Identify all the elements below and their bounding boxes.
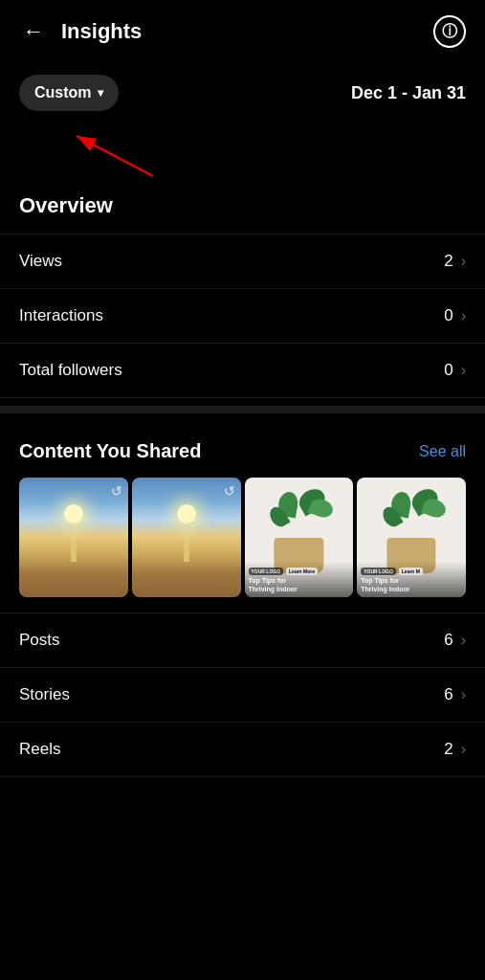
content-shared-title: Content You Shared	[19, 440, 201, 462]
overview-stats-list: Views 2 › Interactions 0 › Total followe…	[0, 234, 485, 398]
views-stat-row[interactable]: Views 2 ›	[0, 234, 485, 289]
overview-section-title: Overview	[0, 184, 485, 234]
thumbnail-beach-2[interactable]: ↺	[132, 478, 241, 597]
posts-right: 6 ›	[444, 631, 466, 650]
interactions-right: 0 ›	[444, 306, 466, 325]
total-followers-right: 0 ›	[444, 361, 466, 380]
custom-label: Custom	[34, 84, 92, 101]
views-right: 2 ›	[444, 252, 466, 271]
plant-caption-2: Top Tips forThriving Indoor	[361, 577, 462, 593]
reels-stat-row[interactable]: Reels 2 ›	[0, 723, 485, 777]
badge-row-1: YOUR LOGO Learn More	[249, 568, 350, 575]
posts-label: Posts	[19, 631, 60, 650]
plant-leaves-1	[261, 490, 338, 544]
back-button[interactable]: ←	[19, 15, 48, 48]
total-followers-label: Total followers	[19, 361, 122, 380]
reels-label: Reels	[19, 740, 60, 759]
interactions-label: Interactions	[19, 306, 103, 325]
chevron-right-icon: ›	[461, 307, 466, 324]
thumbnails-row: ↺ ↺ YOUR LOGO Learn More Top Tips forTh	[0, 478, 485, 597]
svg-line-1	[77, 136, 153, 176]
interactions-value: 0	[444, 306, 452, 325]
sun-decoration	[177, 504, 196, 523]
posts-value: 6	[444, 631, 452, 650]
reels-value: 2	[444, 740, 452, 759]
chevron-right-icon: ›	[461, 632, 466, 649]
stories-label: Stories	[19, 685, 70, 704]
chevron-right-icon: ›	[461, 362, 466, 379]
plant-overlay-2: YOUR LOGO Learn M Top Tips forThriving I…	[357, 562, 466, 597]
learn-more-badge-1: Learn More	[286, 568, 318, 575]
refresh-icon-1: ↺	[111, 483, 122, 499]
red-arrow-icon	[57, 126, 172, 179]
posts-stat-row[interactable]: Posts 6 ›	[0, 612, 485, 668]
custom-period-button[interactable]: Custom ▾	[19, 75, 119, 111]
refresh-icon-2: ↺	[224, 483, 235, 499]
plant-caption-1: Top Tips forThriving Indoor	[249, 577, 350, 593]
stories-stat-row[interactable]: Stories 6 ›	[0, 668, 485, 723]
filter-row: Custom ▾ Dec 1 - Jan 31	[0, 63, 485, 126]
total-followers-stat-row[interactable]: Total followers 0 ›	[0, 344, 485, 398]
plant-overlay-1: YOUR LOGO Learn More Top Tips forThrivin…	[245, 562, 354, 597]
plant-image-2: YOUR LOGO Learn M Top Tips forThriving I…	[357, 478, 466, 597]
badge-row-2: YOUR LOGO Learn M	[361, 568, 462, 575]
learn-more-badge-2: Learn M	[399, 568, 423, 575]
sun-decoration	[64, 504, 83, 523]
views-value: 2	[444, 252, 452, 271]
info-button[interactable]: ⓘ	[433, 15, 466, 48]
header-left: ← Insights	[19, 15, 142, 48]
sun-reflection	[184, 531, 189, 561]
chevron-down-icon: ▾	[98, 86, 103, 100]
sun-reflection	[71, 531, 77, 561]
stories-value: 6	[444, 685, 452, 704]
page-title: Insights	[61, 19, 142, 44]
content-stats-list: Posts 6 › Stories 6 › Reels 2 ›	[0, 612, 485, 777]
date-range-label: Dec 1 - Jan 31	[351, 83, 466, 103]
plant-image-1: YOUR LOGO Learn More Top Tips forThrivin…	[245, 478, 354, 597]
chevron-right-icon: ›	[461, 686, 466, 703]
views-label: Views	[19, 252, 62, 271]
reels-right: 2 ›	[444, 740, 466, 759]
your-logo-badge-1: YOUR LOGO	[249, 568, 284, 575]
header: ← Insights ⓘ	[0, 0, 485, 63]
annotation-arrow	[19, 126, 466, 184]
your-logo-badge-2: YOUR LOGO	[361, 568, 396, 575]
plant-leaves-2	[373, 490, 450, 544]
total-followers-value: 0	[444, 361, 452, 380]
section-divider	[0, 406, 485, 413]
thumbnail-plant-2[interactable]: YOUR LOGO Learn M Top Tips forThriving I…	[357, 478, 466, 597]
stories-right: 6 ›	[444, 685, 466, 704]
chevron-right-icon: ›	[461, 741, 466, 758]
see-all-button[interactable]: See all	[419, 443, 466, 460]
content-shared-header: Content You Shared See all	[0, 421, 485, 478]
thumbnail-beach-1[interactable]: ↺	[19, 478, 128, 597]
chevron-right-icon: ›	[461, 253, 466, 270]
thumbnail-plant-1[interactable]: YOUR LOGO Learn More Top Tips forThrivin…	[245, 478, 354, 597]
interactions-stat-row[interactable]: Interactions 0 ›	[0, 289, 485, 344]
